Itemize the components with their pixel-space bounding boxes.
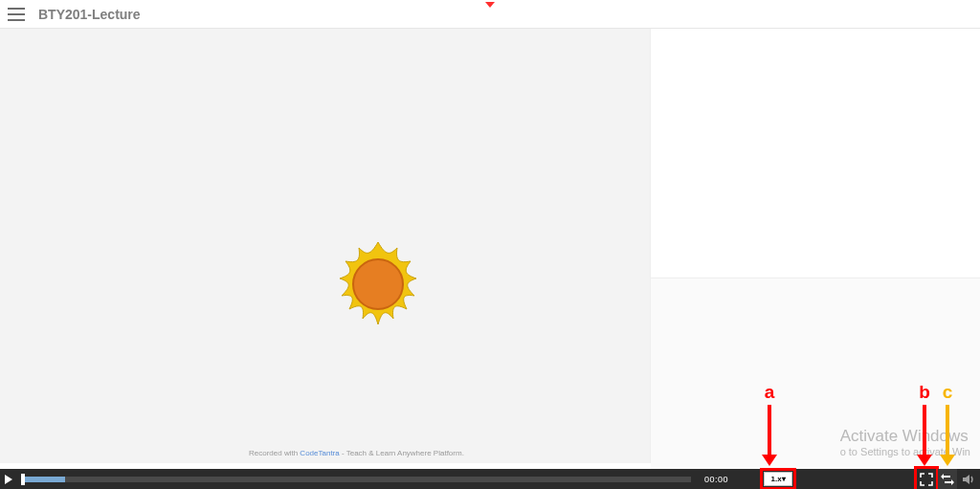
svg-marker-1 <box>5 475 12 484</box>
watermark-line1: Activate Windows <box>840 427 970 446</box>
playback-speed-selector[interactable]: 1.x▾ <box>764 472 792 486</box>
header-bar: BTY201-Lecture <box>0 0 980 29</box>
play-button[interactable] <box>0 469 17 489</box>
fullscreen-button[interactable] <box>917 469 936 489</box>
page-title: BTY201-Lecture <box>38 7 141 22</box>
side-pane-upper <box>651 29 980 278</box>
progress-bar[interactable] <box>21 477 691 482</box>
dropdown-caret-icon[interactable] <box>485 2 495 8</box>
recorded-brand: CodeTantra <box>300 449 339 457</box>
recorded-suffix: - Teach & Learn Anywhere Platform. <box>340 449 464 457</box>
svg-marker-3 <box>945 479 954 485</box>
recorded-prefix: Recorded with <box>249 449 300 457</box>
content-area: Recorded with CodeTantra - Teach & Learn… <box>0 29 980 469</box>
recorded-with-label: Recorded with CodeTantra - Teach & Learn… <box>249 449 464 457</box>
time-display: 00:00 <box>704 475 728 484</box>
svg-marker-4 <box>963 475 969 484</box>
side-pane-lower: Activate Windows o to Settings to activa… <box>651 278 980 469</box>
video-pane: Recorded with CodeTantra - Teach & Learn… <box>0 29 651 463</box>
hamburger-menu-icon[interactable] <box>8 8 25 21</box>
svg-point-0 <box>353 259 403 309</box>
video-control-bar: 00:00 1.x▾ <box>0 469 980 489</box>
right-controls-cluster <box>917 469 978 489</box>
watermark-line2: o to Settings to activate Win <box>840 446 970 457</box>
windows-activation-watermark: Activate Windows o to Settings to activa… <box>840 427 970 457</box>
swap-layout-button[interactable] <box>938 469 957 489</box>
sun-illustration <box>321 234 435 349</box>
svg-marker-2 <box>941 474 950 479</box>
progress-buffered <box>21 477 65 482</box>
volume-icon[interactable] <box>959 469 978 489</box>
progress-thumb[interactable] <box>21 474 25 485</box>
speed-control-highlight: 1.x▾ <box>763 471 793 487</box>
